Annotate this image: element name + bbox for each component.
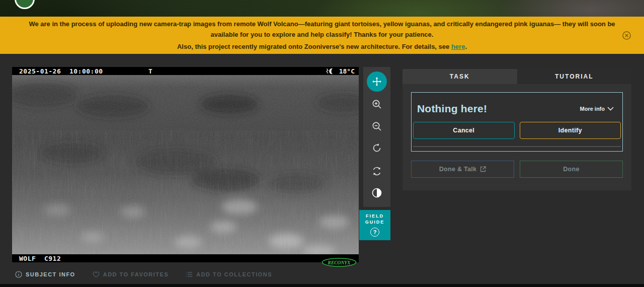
flash-moon-icon xyxy=(325,68,336,75)
zoom-out-button[interactable] xyxy=(369,119,384,134)
announcement-banner: We are in the process of uploading new c… xyxy=(0,17,644,54)
bottom-border-strip xyxy=(0,284,644,287)
add-to-collections-button[interactable]: ADD TO COLLECTIONS xyxy=(183,271,275,278)
trigger-marker: T xyxy=(148,67,152,75)
reconyx-logo: RECONYX xyxy=(290,250,357,276)
done-and-talk-button[interactable]: Done & Talk xyxy=(411,161,514,178)
image-toolbar xyxy=(363,67,390,207)
classification-panel: TASK TUTORIAL Nothing here! More info Ca… xyxy=(403,69,631,190)
invert-colors-button[interactable] xyxy=(369,185,384,200)
camera-trap-photo[interactable] xyxy=(12,75,359,254)
banner-close-icon[interactable] xyxy=(622,31,631,40)
question-mark-icon: ? xyxy=(370,228,379,237)
subject-meta-row: SUBJECT INFO ADD TO FAVORITES ADD TO COL… xyxy=(12,270,275,278)
banner-line2: Also, this project recently migrated ont… xyxy=(153,41,491,52)
svg-text:RECONYX: RECONYX xyxy=(328,260,351,265)
task-divider xyxy=(413,146,621,147)
temperature-readout: 18°C xyxy=(339,67,355,75)
subject-info-button[interactable]: SUBJECT INFO xyxy=(12,270,78,278)
field-guide-label: FIELD xyxy=(366,213,384,219)
camera-id: WOLF C912 xyxy=(19,255,61,262)
reset-rotation-button[interactable] xyxy=(369,164,384,179)
info-icon xyxy=(15,271,22,278)
tab-task[interactable]: TASK xyxy=(403,69,517,84)
camera-id-bar: WOLF C912 RECONYX xyxy=(12,254,359,262)
task-question: Nothing here! xyxy=(417,103,487,115)
add-to-favorites-button[interactable]: ADD TO FAVORITES xyxy=(90,271,172,278)
camera-status-bar: 2025-01-26 10:00:00 T 18°C xyxy=(12,67,359,75)
heart-icon xyxy=(93,271,100,278)
field-guide-button[interactable]: FIELD GUIDE ? xyxy=(359,210,390,240)
done-button[interactable]: Done xyxy=(520,161,623,178)
tab-tutorial[interactable]: TUTORIAL xyxy=(517,69,632,84)
cancel-button[interactable]: Cancel xyxy=(413,122,515,139)
task-answer-box: Nothing here! More info Cancel Identify xyxy=(411,92,623,152)
pan-tool-button[interactable] xyxy=(367,71,387,92)
project-avatar[interactable] xyxy=(15,0,35,9)
classify-page: We are in the process of uploading new c… xyxy=(0,0,644,287)
collections-list-icon xyxy=(186,271,193,277)
subject-image-viewer[interactable]: 2025-01-26 10:00:00 T 18°C xyxy=(12,67,359,262)
more-info-button[interactable]: More info xyxy=(577,105,617,112)
rotate-button[interactable] xyxy=(369,140,384,156)
capture-timestamp: 2025-01-26 10:00:00 xyxy=(19,67,103,75)
task-panel-body: Nothing here! More info Cancel Identify … xyxy=(403,84,631,190)
chevron-down-icon xyxy=(607,107,614,111)
panel-tabs: TASK TUTORIAL xyxy=(403,69,631,84)
banner-line1: We are in the process of uploading new c… xyxy=(0,19,644,40)
external-link-icon xyxy=(480,166,486,172)
identify-button[interactable]: Identify xyxy=(520,122,621,139)
banner-here-link[interactable]: here xyxy=(451,43,465,50)
zoom-in-button[interactable] xyxy=(369,97,384,112)
project-header-photo xyxy=(0,0,644,17)
